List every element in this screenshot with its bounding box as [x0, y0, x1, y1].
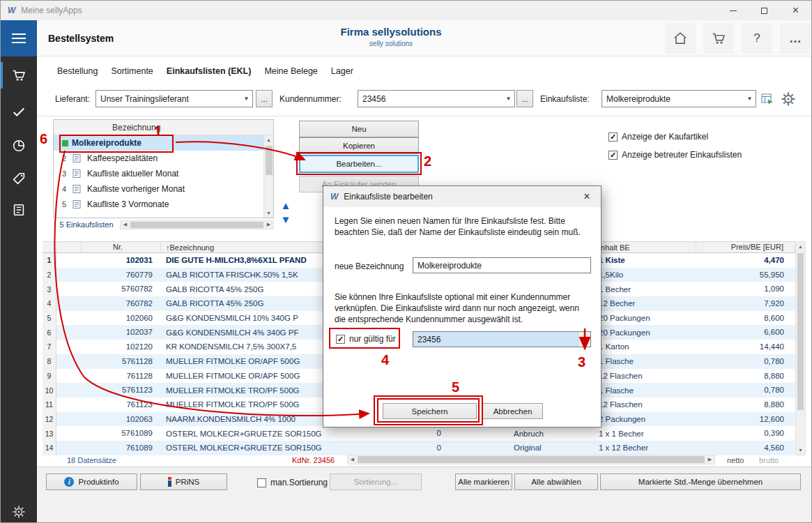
sidebar-item-catalog[interactable] — [1, 198, 37, 222]
sidebar-item-offers[interactable] — [1, 167, 37, 190]
list-footer: 5 Einkaufslisten ◀ ▶ — [53, 219, 274, 230]
table-row[interactable]: 14761089OSTERL MOLKECR+GRUETZE SOR150G0O… — [43, 441, 795, 455]
pie-chart-icon — [11, 138, 26, 153]
export-list-button[interactable] — [760, 92, 774, 108]
nur-gueltig-fuer-checkbox[interactable]: ✓ nur gültig für — [336, 334, 396, 344]
status-dot-icon — [62, 140, 68, 146]
sidebar-item-settings[interactable] — [1, 500, 37, 523]
scroll-left-icon[interactable]: ◀ — [121, 222, 130, 227]
close-button[interactable]: × — [780, 1, 811, 20]
more-options-button[interactable]: … — [780, 23, 811, 54]
std-menge-uebernehmen-button[interactable]: Markierte Std.-Menge übernehmen — [600, 473, 801, 490]
tab-bestellung[interactable]: Bestellung — [56, 65, 98, 77]
gear-icon — [780, 91, 797, 107]
scroll-down-icon[interactable]: ▼ — [264, 209, 273, 218]
app-logo-icon: W — [330, 192, 338, 202]
dialog-info-text: die entsprechende Kundennummer ausgewähl… — [335, 314, 523, 324]
dialog-close-button[interactable]: × — [573, 186, 601, 206]
menu-button[interactable] — [1, 20, 37, 56]
name-input[interactable]: Molkereiprodukte — [413, 257, 591, 273]
table-row[interactable]: 135761089OSTERL MOLKECR+GRUETZE SOR150G0… — [43, 426, 795, 441]
list-item[interactable]: 5 Kaufliste 3 Vormonate — [54, 197, 273, 212]
scroll-left-icon[interactable]: ◀ — [348, 457, 357, 462]
kundennummer-label: Kundennummer: — [279, 94, 342, 104]
sidebar-item-statistics[interactable] — [1, 134, 37, 158]
neu-button[interactable]: Neu — [299, 121, 419, 137]
list-item[interactable]: 2 Kaffeespezialitäten — [54, 151, 273, 166]
speichern-button[interactable]: Speichern — [383, 403, 477, 419]
scrollbar-thumb[interactable] — [266, 146, 273, 175]
man-sortierung-checkbox[interactable]: man.Sortierung — [257, 478, 328, 487]
checkbox-checked-icon: ✓ — [608, 151, 618, 160]
list-item-molkereiprodukte[interactable]: Molkereiprodukte — [54, 135, 273, 151]
column-header-inhalt[interactable]: Inhalt BE — [593, 242, 696, 252]
list-entry-icon — [72, 153, 82, 163]
move-down-button[interactable]: ▼ — [279, 212, 293, 226]
list-entry-icon — [72, 169, 82, 179]
tab-meine-belege[interactable]: Meine Belege — [263, 65, 318, 77]
tab-lager[interactable]: Lager — [330, 65, 354, 77]
close-icon: × — [583, 190, 590, 203]
gear-icon — [11, 504, 26, 520]
minimize-icon — [730, 10, 737, 11]
einkaufsliste-bearbeiten-dialog: W Einkaufsliste bearbeiten × Legen Sie e… — [323, 185, 602, 427]
sidebar — [1, 20, 37, 523]
scroll-right-icon[interactable]: ▶ — [705, 457, 714, 462]
sidebar-item-tasks[interactable] — [1, 100, 37, 123]
alle-abwaehlen-button[interactable]: Alle abwählen — [514, 473, 598, 490]
app-logo-icon: W — [8, 6, 15, 15]
header-cart-button[interactable] — [703, 23, 734, 54]
sidebar-item-cart[interactable] — [1, 63, 37, 87]
list-column-header[interactable]: Bezeichnung — [54, 120, 273, 135]
checkbox-unchecked — [257, 478, 266, 487]
dialog-title: Einkaufsliste bearbeiten — [344, 192, 432, 202]
app-header: Bestellsystem Firma sellysolutions selly… — [37, 20, 812, 56]
prins-button[interactable]: PRiNS — [140, 473, 227, 490]
scroll-right-icon[interactable]: ▶ — [264, 222, 273, 227]
scrollbar-thumb[interactable] — [797, 253, 804, 410]
ellipsis-icon: … — [789, 31, 802, 46]
bearbeiten-button[interactable]: Bearbeiten... — [299, 155, 419, 173]
dialog-kundennummer-select[interactable]: 23456 ▼ — [413, 331, 591, 347]
maximize-button[interactable] — [749, 1, 780, 20]
column-header-nr[interactable]: Nr. — [82, 242, 161, 252]
list-horizontal-scrollbar[interactable]: ◀ ▶ — [120, 220, 274, 229]
anzeige-betreute-checkbox[interactable]: ✓ Anzeige betreuter Einkaufslisten — [608, 150, 742, 160]
kundennummer-browse-button[interactable]: ... — [516, 90, 533, 107]
kopieren-button[interactable]: Kopieren — [299, 137, 419, 154]
alle-markieren-button[interactable]: Alle markieren — [455, 473, 512, 490]
scrollbar-thumb[interactable] — [130, 222, 263, 228]
sortierung-button[interactable]: Sortierung... — [330, 473, 422, 490]
einkaufsliste-select[interactable]: Molkereiprodukte ▼ — [602, 90, 756, 107]
minimize-button[interactable] — [717, 1, 749, 20]
scroll-up-icon[interactable]: ▲ — [796, 242, 805, 251]
brutto-toggle[interactable]: brutto — [759, 456, 779, 464]
tag-icon — [11, 171, 26, 186]
scrollbar-thumb[interactable] — [358, 456, 705, 463]
table-vertical-scrollbar[interactable]: ▲ ▼ — [795, 241, 806, 455]
list-vertical-scrollbar[interactable]: ▲ ▼ — [263, 135, 273, 218]
scroll-down-icon[interactable]: ▼ — [796, 446, 805, 455]
netto-toggle[interactable]: netto — [727, 456, 744, 464]
home-button[interactable] — [665, 23, 696, 54]
lieferant-browse-button[interactable]: ... — [256, 90, 273, 107]
lieferant-select[interactable]: Unser Trainingslieferant ▼ — [95, 90, 253, 107]
list-item[interactable]: 4 Kaufliste vorheriger Monat — [54, 181, 273, 197]
table-horizontal-scrollbar[interactable]: ◀ ▶ — [347, 455, 715, 464]
column-header-preis[interactable]: Preis/BE [EUR] — [696, 242, 795, 252]
kundennummer-select[interactable]: 23456 ▼ — [358, 90, 515, 107]
list-item[interactable]: 3 Kaufliste aktueller Monat — [54, 166, 273, 181]
abbrechen-button[interactable]: Abbrechen — [482, 403, 543, 419]
kdnr-label: KdNr. 23456 — [292, 456, 335, 464]
scroll-up-icon[interactable]: ▲ — [264, 135, 273, 144]
tab-sortimente[interactable]: Sortimente — [110, 65, 153, 77]
help-button[interactable]: ? — [742, 23, 772, 54]
window-title: Meine sellyApps — [21, 6, 82, 15]
list-settings-button[interactable] — [780, 91, 797, 109]
tab-einkaufslisten[interactable]: Einkaufslisten (EKL) — [166, 65, 252, 77]
produktinfo-button[interactable]: i Produktinfo — [46, 473, 137, 490]
move-up-button[interactable]: ▲ — [279, 198, 293, 212]
anzeige-kaufartikel-checkbox[interactable]: ✓ Anzeige der Kaufartikel — [608, 132, 708, 142]
lieferant-label: Lieferant: — [55, 94, 90, 104]
home-icon — [673, 31, 688, 46]
